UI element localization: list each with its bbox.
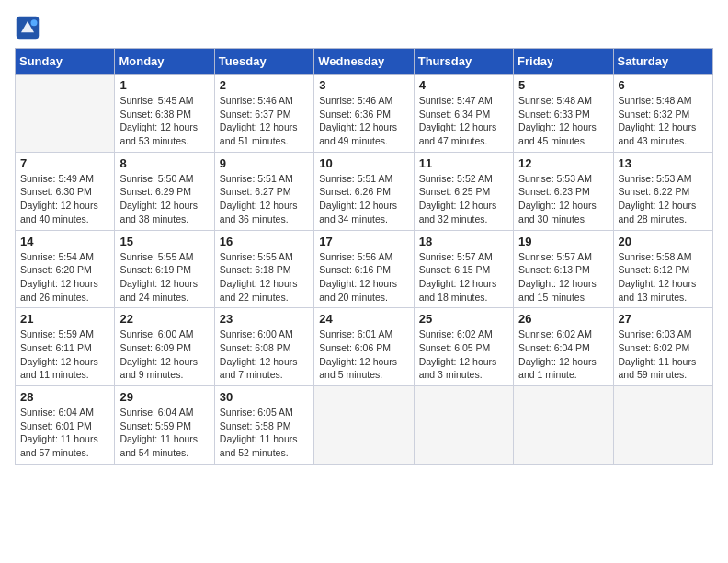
day-number: 5 [518, 78, 608, 92]
day-number: 16 [220, 235, 309, 248]
calendar-cell: 1Sunrise: 5:45 AM Sunset: 6:38 PM Daylig… [115, 75, 214, 153]
logo [15, 15, 44, 40]
calendar-cell: 9Sunrise: 5:51 AM Sunset: 6:27 PM Daylig… [214, 152, 313, 230]
day-info: Sunrise: 5:47 AM Sunset: 6:34 PM Dayligh… [419, 94, 508, 148]
day-info: Sunrise: 5:51 AM Sunset: 6:26 PM Dayligh… [319, 172, 408, 226]
day-number: 9 [220, 156, 309, 170]
day-number: 4 [419, 78, 508, 92]
calendar-cell: 22Sunrise: 6:00 AM Sunset: 6:09 PM Dayli… [115, 308, 214, 386]
calendar-cell: 16Sunrise: 5:55 AM Sunset: 6:18 PM Dayli… [214, 230, 313, 308]
day-number: 7 [20, 156, 109, 170]
weekday-header-tuesday: Tuesday [214, 49, 313, 75]
day-info: Sunrise: 5:45 AM Sunset: 6:38 PM Dayligh… [119, 94, 209, 148]
day-number: 29 [119, 390, 209, 404]
day-number: 13 [619, 156, 708, 170]
day-number: 14 [20, 235, 109, 248]
calendar-cell: 21Sunrise: 5:59 AM Sunset: 6:11 PM Dayli… [16, 308, 115, 386]
day-info: Sunrise: 5:48 AM Sunset: 6:33 PM Dayligh… [518, 94, 608, 148]
calendar-cell [514, 386, 613, 465]
calendar-cell: 3Sunrise: 5:46 AM Sunset: 6:36 PM Daylig… [314, 75, 414, 153]
calendar-cell: 23Sunrise: 6:00 AM Sunset: 6:08 PM Dayli… [214, 308, 313, 386]
weekday-header-monday: Monday [115, 49, 214, 75]
calendar-cell: 24Sunrise: 6:01 AM Sunset: 6:06 PM Dayli… [314, 308, 414, 386]
day-number: 21 [20, 312, 109, 326]
day-number: 26 [518, 312, 608, 326]
day-number: 22 [119, 312, 209, 326]
day-info: Sunrise: 6:04 AM Sunset: 6:01 PM Dayligh… [20, 406, 109, 460]
calendar-cell: 20Sunrise: 5:58 AM Sunset: 6:12 PM Dayli… [613, 230, 712, 308]
day-info: Sunrise: 5:57 AM Sunset: 6:13 PM Dayligh… [518, 250, 608, 304]
header [15, 15, 713, 40]
day-info: Sunrise: 5:51 AM Sunset: 6:27 PM Dayligh… [220, 172, 309, 226]
calendar-cell [613, 386, 712, 465]
day-info: Sunrise: 6:03 AM Sunset: 6:02 PM Dayligh… [619, 327, 708, 382]
calendar-cell: 5Sunrise: 5:48 AM Sunset: 6:33 PM Daylig… [514, 75, 613, 153]
day-info: Sunrise: 5:55 AM Sunset: 6:18 PM Dayligh… [220, 250, 309, 304]
day-number: 8 [119, 156, 209, 170]
calendar-week-row: 28Sunrise: 6:04 AM Sunset: 6:01 PM Dayli… [16, 386, 713, 465]
calendar-cell: 30Sunrise: 6:05 AM Sunset: 5:58 PM Dayli… [214, 386, 313, 465]
day-number: 10 [319, 156, 408, 170]
day-number: 1 [119, 78, 209, 92]
day-number: 24 [319, 312, 408, 326]
calendar-cell: 4Sunrise: 5:47 AM Sunset: 6:34 PM Daylig… [414, 75, 513, 153]
day-info: Sunrise: 5:59 AM Sunset: 6:11 PM Dayligh… [20, 327, 109, 382]
weekday-header-friday: Friday [514, 49, 613, 75]
day-info: Sunrise: 6:02 AM Sunset: 6:04 PM Dayligh… [518, 327, 608, 382]
calendar-cell: 28Sunrise: 6:04 AM Sunset: 6:01 PM Dayli… [16, 386, 115, 465]
logo-icon [15, 15, 40, 40]
weekday-header-row: SundayMondayTuesdayWednesdayThursdayFrid… [16, 49, 713, 75]
calendar-cell: 29Sunrise: 6:04 AM Sunset: 5:59 PM Dayli… [115, 386, 214, 465]
calendar-cell: 17Sunrise: 5:56 AM Sunset: 6:16 PM Dayli… [314, 230, 414, 308]
day-number: 2 [220, 78, 309, 92]
calendar-cell: 19Sunrise: 5:57 AM Sunset: 6:13 PM Dayli… [514, 230, 613, 308]
calendar-cell: 13Sunrise: 5:53 AM Sunset: 6:22 PM Dayli… [613, 152, 712, 230]
day-number: 11 [419, 156, 508, 170]
day-info: Sunrise: 5:46 AM Sunset: 6:36 PM Dayligh… [319, 94, 408, 148]
calendar-cell: 6Sunrise: 5:48 AM Sunset: 6:32 PM Daylig… [613, 75, 712, 153]
weekday-header-saturday: Saturday [613, 49, 712, 75]
calendar-cell: 12Sunrise: 5:53 AM Sunset: 6:23 PM Dayli… [514, 152, 613, 230]
calendar-cell: 10Sunrise: 5:51 AM Sunset: 6:26 PM Dayli… [314, 152, 414, 230]
calendar-week-row: 7Sunrise: 5:49 AM Sunset: 6:30 PM Daylig… [16, 152, 713, 230]
calendar-cell: 25Sunrise: 6:02 AM Sunset: 6:05 PM Dayli… [414, 308, 513, 386]
day-info: Sunrise: 5:56 AM Sunset: 6:16 PM Dayligh… [319, 250, 408, 304]
day-number: 20 [619, 235, 708, 248]
day-number: 18 [419, 235, 508, 248]
calendar-cell: 15Sunrise: 5:55 AM Sunset: 6:19 PM Dayli… [115, 230, 214, 308]
day-info: Sunrise: 5:55 AM Sunset: 6:19 PM Dayligh… [119, 250, 209, 304]
calendar-cell: 11Sunrise: 5:52 AM Sunset: 6:25 PM Dayli… [414, 152, 513, 230]
day-info: Sunrise: 5:53 AM Sunset: 6:22 PM Dayligh… [619, 172, 708, 226]
day-info: Sunrise: 6:00 AM Sunset: 6:09 PM Dayligh… [119, 327, 209, 382]
day-number: 28 [20, 390, 109, 404]
day-info: Sunrise: 5:50 AM Sunset: 6:29 PM Dayligh… [119, 172, 209, 226]
calendar-cell: 8Sunrise: 5:50 AM Sunset: 6:29 PM Daylig… [115, 152, 214, 230]
day-number: 3 [319, 78, 408, 92]
calendar-cell [414, 386, 513, 465]
calendar-cell: 7Sunrise: 5:49 AM Sunset: 6:30 PM Daylig… [16, 152, 115, 230]
day-info: Sunrise: 5:48 AM Sunset: 6:32 PM Dayligh… [619, 94, 708, 148]
calendar-week-row: 21Sunrise: 5:59 AM Sunset: 6:11 PM Dayli… [16, 308, 713, 386]
day-info: Sunrise: 5:54 AM Sunset: 6:20 PM Dayligh… [20, 250, 109, 304]
calendar-week-row: 1Sunrise: 5:45 AM Sunset: 6:38 PM Daylig… [16, 75, 713, 153]
day-info: Sunrise: 5:58 AM Sunset: 6:12 PM Dayligh… [619, 250, 708, 304]
day-info: Sunrise: 6:02 AM Sunset: 6:05 PM Dayligh… [419, 327, 508, 382]
day-number: 15 [119, 235, 209, 248]
day-number: 30 [220, 390, 309, 404]
day-number: 17 [319, 235, 408, 248]
calendar-week-row: 14Sunrise: 5:54 AM Sunset: 6:20 PM Dayli… [16, 230, 713, 308]
day-info: Sunrise: 5:46 AM Sunset: 6:37 PM Dayligh… [220, 94, 309, 148]
weekday-header-sunday: Sunday [16, 49, 115, 75]
day-info: Sunrise: 6:05 AM Sunset: 5:58 PM Dayligh… [220, 406, 309, 460]
day-info: Sunrise: 5:52 AM Sunset: 6:25 PM Dayligh… [419, 172, 508, 226]
day-number: 12 [518, 156, 608, 170]
day-info: Sunrise: 5:49 AM Sunset: 6:30 PM Dayligh… [20, 172, 109, 226]
calendar-cell: 18Sunrise: 5:57 AM Sunset: 6:15 PM Dayli… [414, 230, 513, 308]
calendar-cell: 14Sunrise: 5:54 AM Sunset: 6:20 PM Dayli… [16, 230, 115, 308]
calendar-cell [16, 75, 115, 153]
calendar-table: SundayMondayTuesdayWednesdayThursdayFrid… [15, 48, 713, 465]
day-info: Sunrise: 6:00 AM Sunset: 6:08 PM Dayligh… [220, 327, 309, 382]
day-number: 25 [419, 312, 508, 326]
day-number: 27 [619, 312, 708, 326]
weekday-header-wednesday: Wednesday [314, 49, 414, 75]
